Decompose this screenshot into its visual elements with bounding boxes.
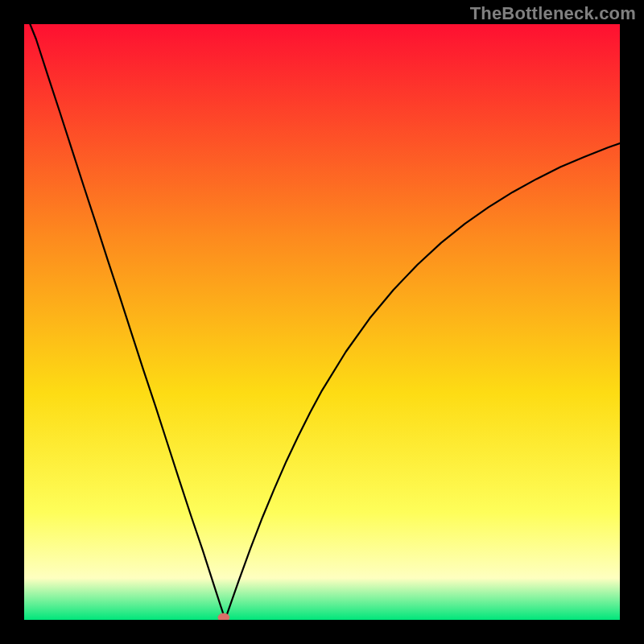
- gradient-background: [24, 24, 620, 620]
- chart-svg: [24, 24, 620, 620]
- minimum-marker: [218, 613, 229, 620]
- plot-area: [24, 24, 620, 620]
- watermark: TheBottleneck.com: [470, 3, 636, 24]
- chart-container: TheBottleneck.com: [0, 0, 644, 644]
